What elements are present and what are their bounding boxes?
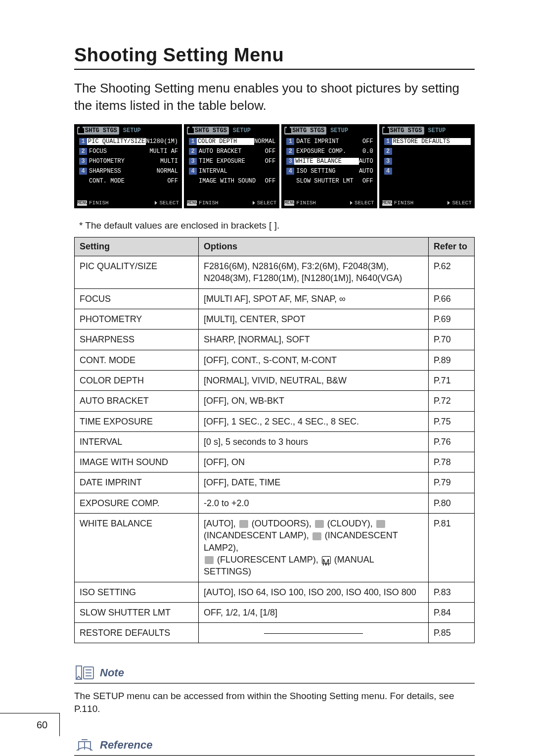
lcd-footer-finish-label: FINISH (89, 200, 109, 206)
lcd-footer-select: SELECT (447, 200, 472, 206)
cell-refer: P.84 (429, 602, 475, 622)
cell-refer: P.83 (429, 582, 475, 602)
lcd-footer-finish: MENUFINISH (77, 200, 109, 206)
lcd-row-index: 1 (189, 138, 197, 145)
cell-refer: P.78 (429, 452, 475, 472)
lcd-footer-select-label: SELECT (159, 200, 179, 206)
lcd-row-index: 2 (189, 148, 197, 155)
lcd-row-label: COLOR DEPTH (197, 138, 254, 145)
reference-callout: Reference For the list of Shooting Setti… (74, 736, 475, 756)
lcd-row-index: 1 (286, 138, 294, 145)
menu-button-icon: MENU (77, 200, 87, 206)
lcd-footer-finish-label: FINISH (394, 200, 414, 206)
intro-paragraph: The Shooting Setting menu enables you to… (74, 80, 475, 114)
cell-options: [MULTI AF], SPOT AF, MF, SNAP, ∞ (199, 288, 429, 309)
camera-icon (188, 128, 194, 133)
lcd-menu-row: 1DATE IMPRINTOFF (286, 137, 374, 146)
lcd-row-value: N1280(1M) (146, 138, 179, 145)
cell-refer: P.62 (429, 256, 475, 289)
col-refer-header: Refer to (429, 237, 475, 256)
lcd-row-value: OFF (265, 178, 277, 185)
lcd-footer-finish-label: FINISH (199, 200, 219, 206)
cell-setting: COLOR DEPTH (75, 370, 199, 390)
lcd-row-value: OFF (265, 158, 277, 165)
cloud-icon (315, 520, 324, 528)
table-row: RESTORE DEFAULTSP.85 (75, 623, 475, 643)
lamp2-icon (312, 532, 321, 540)
menu-button-icon: MENU (284, 200, 294, 206)
lcd-menu-row: 2AUTO BRACKETOFF (189, 147, 276, 156)
lcd-row-index: 4 (189, 168, 197, 175)
lcd-row-index: 4 (286, 168, 294, 175)
reference-title: Reference (100, 739, 152, 752)
triangle-right-icon (350, 201, 353, 205)
sun-icon (239, 520, 248, 528)
lcd-row-value: OFF (265, 148, 277, 155)
lcd-menu-row: 2 (384, 147, 472, 156)
cell-setting: IMAGE WITH SOUND (75, 452, 199, 472)
lcd-row-label: SHARPNESS (87, 168, 157, 175)
cell-refer: P.69 (429, 309, 475, 330)
tab-active-label: SHTG STGS (85, 127, 117, 134)
lcd-menu-row: 3 (384, 157, 472, 166)
table-row: SHARPNESSSHARP, [NORMAL], SOFTP.70 (75, 330, 475, 350)
lcd-screen: SHTG STGSSETUP1COLOR DEPTHNORMAL2AUTO BR… (184, 124, 279, 208)
lcd-row-index: 3 (384, 158, 392, 165)
cell-options: -2.0 to +2.0 (199, 493, 429, 513)
lcd-menu-row: 4 (384, 167, 472, 176)
table-row: EXPOSURE COMP.-2.0 to +2.0P.80 (75, 493, 475, 513)
cell-options: OFF, 1/2, 1/4, [1/8] (199, 602, 429, 622)
cell-refer: P.70 (429, 330, 475, 350)
cell-options: [AUTO], ISO 64, ISO 100, ISO 200, ISO 40… (199, 582, 429, 602)
lcd-row-label: TIME EXPOSURE (197, 158, 265, 165)
table-row: ISO SETTING[AUTO], ISO 64, ISO 100, ISO … (75, 582, 475, 602)
lcd-menu-row: 3WHITE BALANCEAUTO (286, 157, 374, 166)
lcd-footer-finish: MENUFINISH (284, 200, 316, 206)
cell-setting: ISO SETTING (75, 582, 199, 602)
page: Shooting Setting Menu The Shooting Setti… (0, 0, 534, 756)
lcd-menu-row: 1RESTORE DEFAULTS (384, 137, 472, 146)
cell-refer: P.81 (429, 514, 475, 582)
cell-setting: TIME EXPOSURE (75, 411, 199, 431)
tab-shtg-stgs: SHTG STGS (382, 127, 424, 135)
default-values-footnote: * The default values are enclosed in bra… (79, 220, 475, 231)
lcd-screens-row: SHTG STGSSETUP1PIC QUALITY/SIZEN1280(1M)… (74, 124, 475, 208)
lcd-menu-row: 4SHARPNESSNORMAL (79, 167, 179, 176)
lcd-footer-select: SELECT (155, 200, 179, 206)
wb-text: [AUTO], (204, 519, 238, 528)
wb-text: (CLOUDY), (325, 519, 375, 528)
lcd-row-value: MULTI (160, 158, 179, 165)
reference-icon (74, 736, 95, 754)
camera-icon (285, 128, 291, 133)
page-number: 60 (25, 713, 59, 736)
lcd-menu-row: CONT. MODEOFF (79, 177, 179, 186)
table-row: INTERVAL[0 s], 5 seconds to 3 hoursP.76 (75, 431, 475, 452)
table-row: WHITE BALANCE[AUTO], (OUTDOORS), (CLOUDY… (75, 514, 475, 582)
cell-options (199, 623, 429, 643)
cell-refer: P.85 (429, 623, 475, 643)
cell-setting: PIC QUALITY/SIZE (75, 256, 199, 289)
lcd-menu-row: 3PHOTOMETRYMULTI (79, 157, 179, 166)
lcd-row-index: 3 (189, 158, 197, 165)
tab-setup: SETUP (328, 127, 350, 134)
lcd-menu-row: 1PIC QUALITY/SIZEN1280(1M) (79, 137, 179, 146)
menu-button-icon: MENU (382, 200, 392, 206)
lcd-menu-row: 1COLOR DEPTHNORMAL (189, 137, 276, 146)
lcd-row-value: OFF (362, 178, 374, 185)
lcd-row-label: EXPOSURE COMP. (294, 148, 362, 155)
lcd-row-label: INTERVAL (197, 168, 275, 175)
cell-options: [OFF], DATE, TIME (199, 472, 429, 493)
lcd-row-label: RESTORE DEFAULTS (392, 138, 471, 145)
lcd-row-value: NORMAL (254, 138, 276, 145)
table-row: PIC QUALITY/SIZEF2816(6M), N2816(6M), F3… (75, 256, 475, 289)
table-row: PHOTOMETRY[MULTI], CENTER, SPOTP.69 (75, 309, 475, 330)
cell-setting: RESTORE DEFAULTS (75, 623, 199, 643)
cell-setting: SLOW SHUTTER LMT (75, 602, 199, 622)
tab-setup: SETUP (231, 127, 253, 134)
page-number-frame: 60 (0, 713, 60, 736)
tab-shtg-stgs: SHTG STGS (187, 127, 229, 135)
menu-button-icon: MENU (187, 200, 197, 206)
tab-shtg-stgs: SHTG STGS (77, 127, 119, 135)
col-setting-header: Setting (75, 237, 199, 256)
lcd-row-index: 4 (384, 168, 392, 175)
